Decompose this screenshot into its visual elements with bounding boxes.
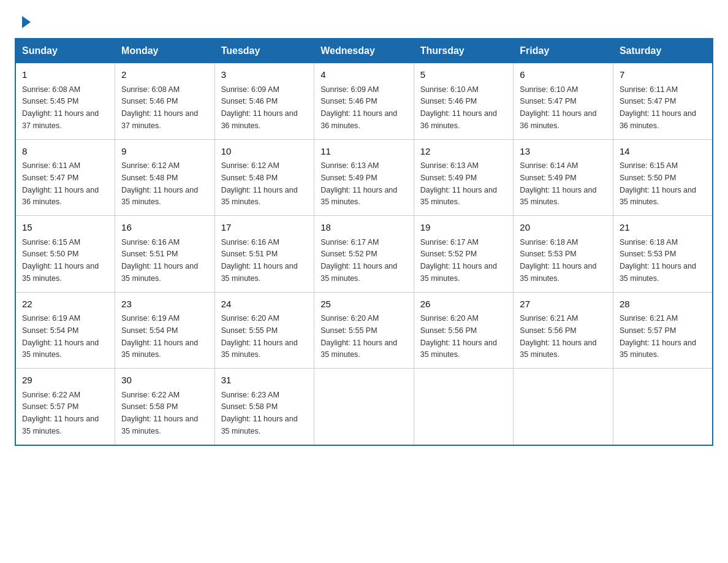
- calendar-cell: 3Sunrise: 6:09 AMSunset: 5:46 PMDaylight…: [214, 63, 314, 140]
- day-number: 31: [221, 373, 308, 388]
- calendar-cell: 22Sunrise: 6:19 AMSunset: 5:54 PMDayligh…: [15, 292, 115, 369]
- calendar-header-saturday: Saturday: [613, 39, 713, 63]
- day-number: 18: [320, 221, 408, 235]
- calendar-cell: [514, 369, 613, 445]
- calendar-cell: 28Sunrise: 6:21 AMSunset: 5:57 PMDayligh…: [613, 292, 713, 369]
- day-number: 16: [121, 221, 208, 235]
- day-info: Sunrise: 6:20 AMSunset: 5:55 PMDaylight:…: [221, 314, 298, 359]
- calendar-table: SundayMondayTuesdayWednesdayThursdayFrid…: [15, 38, 713, 446]
- day-number: 15: [22, 221, 108, 235]
- calendar-cell: 26Sunrise: 6:20 AMSunset: 5:56 PMDayligh…: [414, 292, 514, 369]
- calendar-cell: 11Sunrise: 6:13 AMSunset: 5:49 PMDayligh…: [314, 139, 414, 216]
- calendar-cell: 16Sunrise: 6:16 AMSunset: 5:51 PMDayligh…: [115, 216, 215, 293]
- day-info: Sunrise: 6:23 AMSunset: 5:58 PMDaylight:…: [221, 391, 298, 435]
- day-info: Sunrise: 6:13 AMSunset: 5:49 PMDaylight:…: [320, 161, 397, 206]
- calendar-cell: 23Sunrise: 6:19 AMSunset: 5:54 PMDayligh…: [115, 292, 215, 369]
- day-number: 6: [520, 68, 607, 82]
- day-number: 11: [320, 145, 408, 159]
- calendar-cell: 24Sunrise: 6:20 AMSunset: 5:55 PMDayligh…: [214, 292, 314, 369]
- calendar-cell: 14Sunrise: 6:15 AMSunset: 5:50 PMDayligh…: [613, 139, 713, 216]
- calendar-cell: 27Sunrise: 6:21 AMSunset: 5:56 PMDayligh…: [514, 292, 613, 369]
- day-info: Sunrise: 6:16 AMSunset: 5:51 PMDaylight:…: [221, 238, 298, 283]
- page-header: [0, 0, 728, 38]
- day-info: Sunrise: 6:17 AMSunset: 5:52 PMDaylight:…: [320, 238, 397, 283]
- calendar-cell: 19Sunrise: 6:17 AMSunset: 5:52 PMDayligh…: [414, 216, 514, 293]
- calendar-cell: 9Sunrise: 6:12 AMSunset: 5:48 PMDaylight…: [115, 139, 215, 216]
- day-number: 20: [520, 221, 607, 235]
- day-number: 9: [121, 145, 208, 159]
- calendar-header-monday: Monday: [115, 39, 215, 63]
- day-info: Sunrise: 6:13 AMSunset: 5:49 PMDaylight:…: [420, 161, 497, 206]
- day-number: 30: [121, 373, 208, 388]
- day-number: 4: [320, 68, 408, 82]
- calendar-cell: 15Sunrise: 6:15 AMSunset: 5:50 PMDayligh…: [15, 216, 115, 293]
- day-number: 25: [320, 297, 408, 312]
- day-info: Sunrise: 6:10 AMSunset: 5:47 PMDaylight:…: [520, 85, 596, 130]
- day-number: 10: [221, 145, 308, 159]
- day-number: 7: [620, 68, 706, 82]
- day-info: Sunrise: 6:20 AMSunset: 5:55 PMDaylight:…: [320, 314, 397, 359]
- day-number: 19: [420, 221, 507, 235]
- day-info: Sunrise: 6:08 AMSunset: 5:46 PMDaylight:…: [121, 85, 198, 130]
- calendar-cell: 29Sunrise: 6:22 AMSunset: 5:57 PMDayligh…: [15, 369, 115, 445]
- day-info: Sunrise: 6:20 AMSunset: 5:56 PMDaylight:…: [420, 314, 497, 359]
- day-info: Sunrise: 6:11 AMSunset: 5:47 PMDaylight:…: [620, 85, 696, 130]
- day-info: Sunrise: 6:10 AMSunset: 5:46 PMDaylight:…: [420, 85, 497, 130]
- logo: [20, 15, 31, 28]
- calendar-header-friday: Friday: [514, 39, 613, 63]
- calendar-cell: 30Sunrise: 6:22 AMSunset: 5:58 PMDayligh…: [115, 369, 215, 445]
- calendar-week-row-3: 15Sunrise: 6:15 AMSunset: 5:50 PMDayligh…: [15, 216, 713, 293]
- day-number: 26: [420, 297, 507, 312]
- calendar-cell: 5Sunrise: 6:10 AMSunset: 5:46 PMDaylight…: [414, 63, 514, 140]
- day-info: Sunrise: 6:18 AMSunset: 5:53 PMDaylight:…: [620, 238, 696, 283]
- day-number: 1: [22, 68, 108, 82]
- calendar-cell: 1Sunrise: 6:08 AMSunset: 5:45 PMDaylight…: [15, 63, 115, 140]
- day-number: 14: [620, 145, 706, 159]
- day-number: 21: [620, 221, 706, 235]
- calendar-cell: [414, 369, 514, 445]
- day-info: Sunrise: 6:12 AMSunset: 5:48 PMDaylight:…: [221, 161, 298, 206]
- day-info: Sunrise: 6:08 AMSunset: 5:45 PMDaylight:…: [22, 85, 99, 130]
- calendar-header-wednesday: Wednesday: [314, 39, 414, 63]
- calendar-cell: 21Sunrise: 6:18 AMSunset: 5:53 PMDayligh…: [613, 216, 713, 293]
- day-info: Sunrise: 6:11 AMSunset: 5:47 PMDaylight:…: [22, 161, 99, 206]
- day-info: Sunrise: 6:15 AMSunset: 5:50 PMDaylight:…: [620, 161, 696, 206]
- day-info: Sunrise: 6:21 AMSunset: 5:57 PMDaylight:…: [620, 314, 696, 359]
- day-number: 17: [221, 221, 308, 235]
- calendar-week-row-1: 1Sunrise: 6:08 AMSunset: 5:45 PMDaylight…: [15, 63, 713, 140]
- calendar-cell: 17Sunrise: 6:16 AMSunset: 5:51 PMDayligh…: [214, 216, 314, 293]
- day-number: 29: [22, 373, 108, 388]
- day-info: Sunrise: 6:16 AMSunset: 5:51 PMDaylight:…: [121, 238, 198, 283]
- day-number: 27: [520, 297, 607, 312]
- day-info: Sunrise: 6:12 AMSunset: 5:48 PMDaylight:…: [121, 161, 198, 206]
- day-number: 3: [221, 68, 308, 82]
- calendar-cell: [314, 369, 414, 445]
- day-number: 28: [620, 297, 706, 312]
- calendar-week-row-5: 29Sunrise: 6:22 AMSunset: 5:57 PMDayligh…: [15, 369, 713, 445]
- day-info: Sunrise: 6:22 AMSunset: 5:57 PMDaylight:…: [22, 391, 99, 435]
- calendar-week-row-4: 22Sunrise: 6:19 AMSunset: 5:54 PMDayligh…: [15, 292, 713, 369]
- calendar-header-row: SundayMondayTuesdayWednesdayThursdayFrid…: [15, 39, 713, 63]
- calendar-cell: 10Sunrise: 6:12 AMSunset: 5:48 PMDayligh…: [214, 139, 314, 216]
- calendar-cell: 20Sunrise: 6:18 AMSunset: 5:53 PMDayligh…: [514, 216, 613, 293]
- calendar-cell: 2Sunrise: 6:08 AMSunset: 5:46 PMDaylight…: [115, 63, 215, 140]
- day-info: Sunrise: 6:18 AMSunset: 5:53 PMDaylight:…: [520, 238, 596, 283]
- day-info: Sunrise: 6:09 AMSunset: 5:46 PMDaylight:…: [320, 85, 397, 130]
- calendar-cell: 7Sunrise: 6:11 AMSunset: 5:47 PMDaylight…: [613, 63, 713, 140]
- day-number: 24: [221, 297, 308, 312]
- day-number: 8: [22, 145, 108, 159]
- logo-triangle-icon: [22, 16, 31, 28]
- calendar-wrapper: SundayMondayTuesdayWednesdayThursdayFrid…: [0, 38, 728, 461]
- calendar-cell: 8Sunrise: 6:11 AMSunset: 5:47 PMDaylight…: [15, 139, 115, 216]
- day-info: Sunrise: 6:17 AMSunset: 5:52 PMDaylight:…: [420, 238, 497, 283]
- calendar-cell: 4Sunrise: 6:09 AMSunset: 5:46 PMDaylight…: [314, 63, 414, 140]
- day-info: Sunrise: 6:19 AMSunset: 5:54 PMDaylight:…: [22, 314, 99, 359]
- day-number: 23: [121, 297, 208, 312]
- calendar-header-tuesday: Tuesday: [214, 39, 314, 63]
- calendar-cell: 31Sunrise: 6:23 AMSunset: 5:58 PMDayligh…: [214, 369, 314, 445]
- calendar-header-sunday: Sunday: [15, 39, 115, 63]
- day-info: Sunrise: 6:15 AMSunset: 5:50 PMDaylight:…: [22, 238, 99, 283]
- calendar-cell: 12Sunrise: 6:13 AMSunset: 5:49 PMDayligh…: [414, 139, 514, 216]
- day-info: Sunrise: 6:19 AMSunset: 5:54 PMDaylight:…: [121, 314, 198, 359]
- calendar-week-row-2: 8Sunrise: 6:11 AMSunset: 5:47 PMDaylight…: [15, 139, 713, 216]
